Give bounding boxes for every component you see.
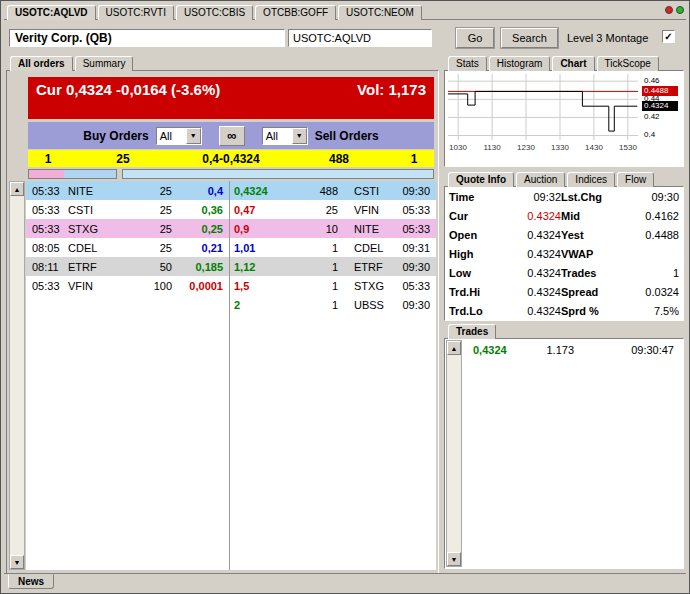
quote-value: 0.0324 [617,286,679,298]
symbol-tab[interactable]: USOTC:AQLVD [7,5,96,20]
scroll-down-button[interactable]: ▼ [10,555,24,569]
news-tab[interactable]: News [8,574,54,589]
pressure-bar-right [122,169,434,179]
ask-size-cell: 1 [292,299,338,311]
orders-view-tab[interactable]: Summary [75,56,134,71]
quote-value: 0.4324 [495,305,561,317]
sell-filter-select[interactable]: All ▼ [262,127,308,145]
ask-size-cell: 25 [292,204,338,216]
analysis-tab-label: Stats [456,58,479,69]
analysis-tab[interactable]: Histogram [489,56,551,71]
analysis-panel: StatsHistogramChartTickScope 0.460.44880… [444,55,684,575]
trades-tabs: Trades [448,324,496,339]
montage-label: Level 3 Montage [567,32,648,44]
go-button[interactable]: Go [456,28,494,48]
bid-time-cell: 05:33 [26,223,68,235]
bid-price-cell: 0,21 [172,242,229,254]
symbol-tab[interactable]: USOTC:RVTI [98,5,174,20]
ask-row[interactable]: 1,5 1 STXG 05:33 [230,276,436,295]
ask-row[interactable]: 0,9 10 NITE 05:33 [230,219,436,238]
quote-tab[interactable]: Indices [567,172,615,187]
bid-mm-cell: CDEL [68,242,124,254]
analysis-tab[interactable]: Stats [448,56,487,71]
quote-value: 0.4324 [495,286,561,298]
ask-mm-cell: VFIN [338,204,386,216]
price-banner: Cur 0,4324 -0,0164 (-3.6%) Vol: 1,173 [28,77,434,119]
symbol-tab[interactable]: USOTC:NEOM [338,5,422,20]
quote-value: 0.4324 [495,248,561,260]
bid-time-cell: 05:33 [26,185,68,197]
symbol-tab[interactable]: USOTC:CBIS [176,5,253,20]
bid-mm-cell: NITE [68,185,124,197]
quote-value: 1 [617,267,679,279]
best-quote-row: 1 25 0,4-0,4324 488 1 [28,150,434,167]
trades-scrollbar[interactable]: ▲ ▼ [446,340,462,567]
ask-row[interactable]: 1,01 1 CDEL 09:31 [230,238,436,257]
chart-x-label: 1230 [516,143,536,152]
trade-price-cell: 0,4324 [464,344,526,356]
trade-row[interactable]: 0,4324 1.173 09:30:47 [464,342,682,358]
ask-time-cell: 09:30 [386,299,436,311]
chart-x-label: 1330 [550,143,570,152]
order-book: 05:33 NITE 25 0,4 05:33 CSTI 25 0,36 05:… [26,181,436,570]
analysis-tab[interactable]: TickScope [597,56,659,71]
symbol-input[interactable] [288,29,432,47]
quote-tab[interactable]: Quote Info [448,172,514,187]
symbol-tab[interactable]: OTCBB:GOFF [255,5,336,20]
ask-row[interactable]: 0,4324 488 CSTI 09:30 [230,181,436,200]
red-dot-button[interactable] [665,6,673,14]
arrow-down-icon: ▼ [14,559,21,566]
quote-row: Time 09:32 Lst.Chg 09:30 [445,187,683,206]
ask-price-cell: 0,4324 [230,185,292,197]
intraday-chart: 0.460.44880.440.43240.420.4 103011301230… [444,70,684,167]
montage-panel: All ordersSummary Cur 0,4324 -0,0164 (-3… [6,55,439,575]
montage-checkbox[interactable]: ✓ [662,30,675,43]
quote-tab[interactable]: Auction [516,172,565,187]
chevron-down-icon[interactable]: ▼ [292,128,307,144]
ask-time-cell: 09:31 [386,242,436,254]
bid-mm-cell: CSTI [68,204,124,216]
window-indicator-dots [665,6,684,14]
chart-plot [448,74,638,140]
buy-filter-select[interactable]: All ▼ [156,127,202,145]
bid-size-cell: 25 [124,223,172,235]
ask-size-cell: 1 [292,242,338,254]
quote-row: High 0.4324 VWAP [445,244,683,263]
quote-label: VWAP [561,248,617,260]
link-filters-button[interactable]: ∞ [219,126,245,146]
chart-y-label: 0.42 [642,112,662,122]
quote-tab[interactable]: Flow [617,172,654,187]
quote-row: Open 0.4324 Yest 0.4488 [445,225,683,244]
chevron-down-icon[interactable]: ▼ [186,128,201,144]
ask-row[interactable]: 0,47 25 VFIN 05:33 [230,200,436,219]
ask-time-cell: 05:33 [386,204,436,216]
trades-scroll-up-button[interactable]: ▲ [447,341,461,355]
trades-tab[interactable]: Trades [448,324,496,339]
ask-row[interactable]: 2 1 UBSS 09:30 [230,295,436,314]
scroll-up-button[interactable]: ▲ [10,182,24,196]
bid-row[interactable]: 05:33 STXG 25 0,25 [26,219,229,238]
orders-view-tab[interactable]: All orders [10,56,73,71]
quote-value: 09:30 [617,191,679,203]
bid-row[interactable]: 08:05 CDEL 25 0,21 [26,238,229,257]
search-button[interactable]: Search [501,28,558,48]
bid-row[interactable]: 05:33 CSTI 25 0,36 [26,200,229,219]
bid-size-cell: 100 [124,280,172,292]
check-icon: ✓ [664,31,672,42]
bid-row[interactable]: 05:33 VFIN 100 0,0001 [26,276,229,295]
bid-row[interactable]: 08:11 ETRF 50 0,185 [26,257,229,276]
order-book-scrollbar[interactable]: ▲ ▼ [9,181,25,570]
quote-tab-label: Quote Info [456,174,506,185]
bid-mm-cell: ETRF [68,261,124,273]
trades-scroll-down-button[interactable]: ▼ [447,552,461,566]
analysis-tab[interactable]: Chart [552,56,594,71]
quote-label: Sprd % [561,305,617,317]
ask-price-cell: 1,01 [230,242,292,254]
quote-value: 0.4324 [495,267,561,279]
bid-row[interactable]: 05:33 NITE 25 0,4 [26,181,229,200]
green-dot-button[interactable] [676,6,684,14]
best-ask-count: 1 [394,152,434,166]
ask-row[interactable]: 1,12 1 ETRF 09:30 [230,257,436,276]
quote-tab-label: Flow [625,174,646,185]
bid-price-cell: 0,4 [172,185,229,197]
